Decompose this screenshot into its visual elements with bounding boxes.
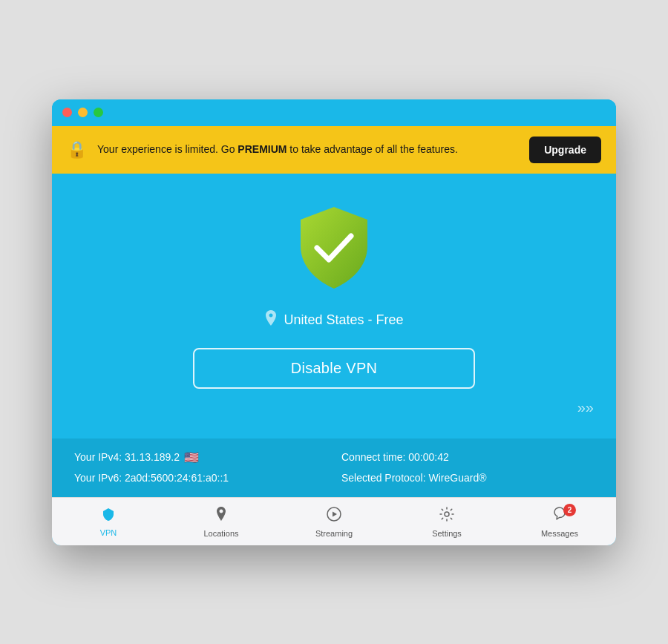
title-bar bbox=[52, 99, 616, 126]
app-window: 🔒 Your experience is limited. Go PREMIUM… bbox=[52, 99, 616, 545]
connect-time-label: Connect time: 00:00:42 bbox=[341, 451, 449, 463]
chevron-row: »» bbox=[67, 399, 601, 416]
nav-settings[interactable]: Settings bbox=[390, 498, 503, 545]
messages-badge: 2 bbox=[563, 504, 576, 516]
upgrade-banner: 🔒 Your experience is limited. Go PREMIUM… bbox=[52, 126, 616, 174]
ipv6-label: Your IPv6: 2a0d:5600:24:61:a0::1 bbox=[74, 472, 229, 484]
lock-icon: 🔒 bbox=[67, 140, 87, 160]
maximize-button[interactable] bbox=[94, 108, 103, 117]
info-bar: Your IPv4: 31.13.189.2 🇺🇸 Connect time: … bbox=[52, 438, 616, 497]
nav-messages-label: Messages bbox=[541, 529, 578, 538]
disable-vpn-button[interactable]: Disable VPN bbox=[193, 348, 475, 389]
connect-time-info: Connect time: 00:00:42 bbox=[341, 450, 594, 464]
svg-marker-1 bbox=[333, 511, 337, 516]
upgrade-button[interactable]: Upgrade bbox=[529, 137, 601, 163]
location-label: United States - Free bbox=[284, 312, 403, 328]
settings-icon bbox=[439, 507, 454, 525]
svg-point-2 bbox=[445, 512, 449, 516]
ipv4-label: Your IPv4: 31.13.189.2 bbox=[74, 451, 180, 463]
nav-streaming-label: Streaming bbox=[315, 529, 353, 538]
banner-text: Your experience is limited. Go PREMIUM t… bbox=[97, 142, 519, 157]
protocol-info: Selected Protocol: WireGuard® bbox=[341, 472, 594, 484]
nav-messages[interactable]: 2 Messages bbox=[503, 498, 616, 545]
ipv4-info: Your IPv4: 31.13.189.2 🇺🇸 bbox=[74, 450, 327, 464]
nav-locations-label: Locations bbox=[203, 529, 238, 538]
location-row: United States - Free bbox=[264, 310, 403, 330]
us-flag-icon: 🇺🇸 bbox=[184, 450, 199, 464]
nav-settings-label: Settings bbox=[432, 529, 462, 538]
locations-icon bbox=[215, 507, 227, 525]
nav-vpn-label: VPN bbox=[100, 528, 117, 537]
streaming-icon bbox=[327, 507, 341, 525]
protocol-label: Selected Protocol: WireGuard® bbox=[341, 472, 487, 484]
ipv6-info: Your IPv6: 2a0d:5600:24:61:a0::1 bbox=[74, 472, 327, 484]
nav-vpn[interactable]: VPN bbox=[52, 498, 165, 545]
shield-icon bbox=[293, 203, 375, 292]
chevron-down-icon[interactable]: »» bbox=[577, 399, 594, 416]
close-button[interactable] bbox=[62, 108, 72, 117]
nav-streaming[interactable]: Streaming bbox=[278, 498, 390, 545]
nav-locations[interactable]: Locations bbox=[165, 498, 278, 545]
minimize-button[interactable] bbox=[78, 108, 88, 117]
bottom-nav: VPN Locations Streaming bbox=[52, 497, 616, 545]
location-pin-icon bbox=[264, 310, 278, 330]
main-content: United States - Free Disable VPN »» bbox=[52, 174, 616, 438]
vpn-icon bbox=[102, 507, 115, 525]
